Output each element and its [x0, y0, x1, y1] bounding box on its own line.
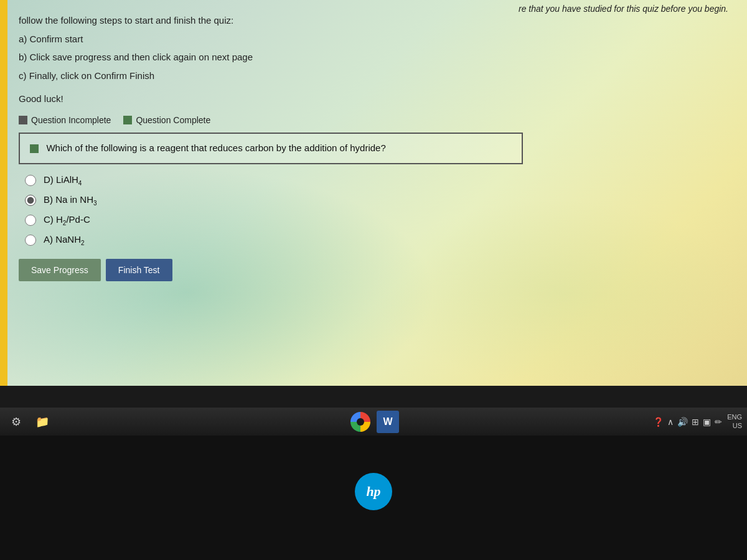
- instruction-step-a: a) Confirm start: [19, 31, 523, 47]
- good-luck-text: Good luck!: [19, 93, 523, 104]
- right-hint-text: re that you have studied for this quiz b…: [519, 4, 728, 14]
- legend: Question Incomplete Question Complete: [19, 115, 523, 125]
- monitor-icon: ▣: [703, 417, 711, 427]
- legend-complete-box: [123, 116, 132, 124]
- taskbar-chrome-icon[interactable]: [348, 409, 373, 434]
- instruction-step-c: c) Finally, click on Confirm Finish: [19, 68, 523, 84]
- option-c-text: C) H2/Pd-C: [44, 214, 90, 226]
- option-d-radio[interactable]: [25, 175, 36, 186]
- option-b-radio[interactable]: [25, 195, 36, 206]
- taskbar-folder-icon[interactable]: 📁: [31, 411, 54, 433]
- answer-options: D) LiAlH4 B) Na in NH3 C) H2/Pd-C A) NaN…: [19, 174, 523, 246]
- legend-incomplete-label: Question Incomplete: [31, 115, 111, 125]
- legend-incomplete-box: [19, 116, 27, 124]
- option-d[interactable]: D) LiAlH4: [25, 174, 523, 187]
- instructions: follow the following steps to start and …: [19, 12, 523, 83]
- option-d-text: D) LiAlH4: [44, 174, 82, 187]
- legend-complete: Question Complete: [123, 115, 210, 125]
- taskbar-settings-icon[interactable]: ⚙: [5, 411, 27, 433]
- system-tray: ❓ ∧ 🔊 ⊞ ▣ ✏: [653, 417, 722, 427]
- chrome-browser-icon: [350, 412, 370, 432]
- option-c[interactable]: C) H2/Pd-C: [25, 214, 523, 226]
- action-buttons: Save Progress Finish Test: [19, 259, 523, 281]
- option-b-text: B) Na in NH3: [44, 194, 97, 207]
- pen-icon: ✏: [715, 417, 722, 427]
- chevron-up-icon: ∧: [667, 417, 674, 427]
- yellow-strip: [0, 0, 7, 386]
- instruction-step-b: b) Click save progress and then click ag…: [19, 49, 523, 65]
- option-a-radio[interactable]: [25, 235, 36, 246]
- option-b[interactable]: B) Na in NH3: [25, 194, 523, 207]
- legend-complete-label: Question Complete: [136, 115, 210, 125]
- taskbar-center: W: [348, 409, 399, 434]
- taskbar-left: ⚙ 📁: [5, 411, 54, 433]
- taskbar-word-icon[interactable]: W: [377, 411, 399, 433]
- question-mark-icon: ❓: [653, 417, 664, 427]
- region-text: US: [727, 422, 742, 430]
- volume-icon: 🔊: [677, 417, 688, 427]
- taskbar: ⚙ 📁 W ❓ ∧ 🔊 ⊞ ▣ ✏ ENG US: [0, 408, 747, 436]
- question-text: Which of the following is a reagent that…: [46, 142, 385, 153]
- finish-test-button[interactable]: Finish Test: [106, 259, 172, 281]
- question-status-indicator: [30, 144, 39, 153]
- network-icon: ⊞: [692, 417, 699, 427]
- hp-logo-area: hp: [355, 473, 392, 510]
- instruction-intro: follow the following steps to start and …: [19, 12, 523, 29]
- save-progress-button[interactable]: Save Progress: [19, 259, 101, 281]
- quiz-content: follow the following steps to start and …: [0, 0, 542, 300]
- taskbar-right: ❓ ∧ 🔊 ⊞ ▣ ✏ ENG US: [653, 413, 742, 429]
- option-a[interactable]: A) NaNH2: [25, 234, 523, 246]
- question-box: Which of the following is a reagent that…: [19, 133, 523, 164]
- legend-incomplete: Question Incomplete: [19, 115, 111, 125]
- option-c-radio[interactable]: [25, 215, 36, 226]
- language-indicator: ENG US: [727, 413, 742, 429]
- language-text: ENG: [727, 413, 742, 421]
- hp-logo: hp: [355, 473, 392, 510]
- option-a-text: A) NaNH2: [44, 234, 85, 246]
